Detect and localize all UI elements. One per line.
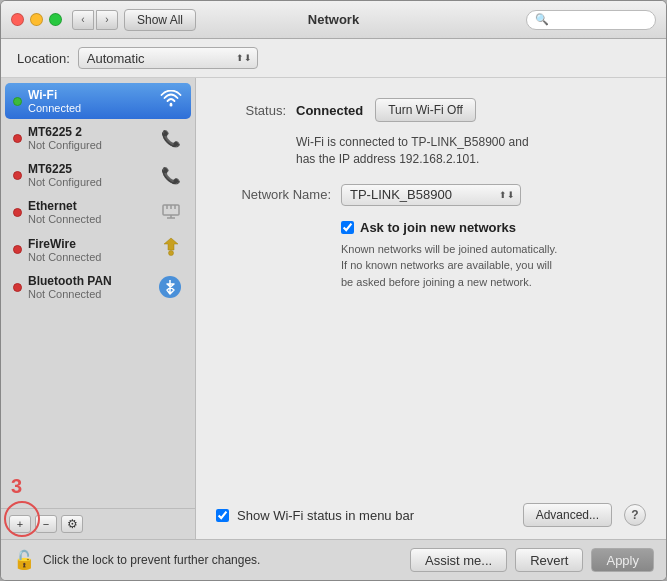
network-name-firewire: FireWire xyxy=(28,237,155,251)
show-status-label: Show Wi-Fi status in menu bar xyxy=(237,508,414,523)
sidebar: Wi-Fi Connected xyxy=(1,78,196,539)
network-status-mt6225-2: Not Configured xyxy=(28,139,155,151)
close-button[interactable] xyxy=(11,13,24,26)
network-info-ethernet: Ethernet Not Connected xyxy=(28,199,155,225)
bottom-bar: 🔓 Click the lock to prevent further chan… xyxy=(1,539,666,580)
phone-icon-2: 📞 xyxy=(159,166,183,185)
network-status-mt6225: Not Configured xyxy=(28,176,155,188)
network-name-wifi: Wi-Fi xyxy=(28,88,155,102)
maximize-button[interactable] xyxy=(49,13,62,26)
location-label: Location: xyxy=(17,51,70,66)
network-name-mt6225: MT6225 xyxy=(28,162,155,176)
sidebar-item-mt6225[interactable]: MT6225 Not Configured 📞 xyxy=(5,157,191,193)
network-info-firewire: FireWire Not Connected xyxy=(28,237,155,263)
title-bar: ‹ › Show All Network 🔍 xyxy=(1,1,666,39)
network-name-select-wrapper: TP-LINK_B58900 ⬆⬇ xyxy=(341,184,521,206)
sidebar-item-wifi[interactable]: Wi-Fi Connected xyxy=(5,83,191,119)
bluetooth-icon xyxy=(159,276,183,298)
network-status-bluetooth: Not Connected xyxy=(28,288,155,300)
location-select-wrapper: Automatic ⬆⬇ xyxy=(78,47,258,69)
status-value: Connected xyxy=(296,103,363,118)
sidebar-item-mt6225-2[interactable]: MT6225 2 Not Configured 📞 xyxy=(5,120,191,156)
bottom-buttons: Assist me... Revert Apply xyxy=(410,548,654,572)
network-info-mt6225: MT6225 Not Configured xyxy=(28,162,155,188)
forward-button[interactable]: › xyxy=(96,10,118,30)
network-name-row: Network Name: TP-LINK_B58900 ⬆⬇ xyxy=(216,184,646,206)
status-label: Status: xyxy=(216,103,286,118)
network-info-mt6225-2: MT6225 2 Not Configured xyxy=(28,125,155,151)
location-bar: Location: Automatic ⬆⬇ xyxy=(1,39,666,78)
search-input[interactable] xyxy=(553,13,647,27)
network-name-ethernet: Ethernet xyxy=(28,199,155,213)
show-all-button[interactable]: Show All xyxy=(124,9,196,31)
sidebar-item-firewire[interactable]: FireWire Not Connected xyxy=(5,231,191,268)
lock-section: 🔓 Click the lock to prevent further chan… xyxy=(13,549,260,571)
svg-point-0 xyxy=(170,103,173,106)
search-icon: 🔍 xyxy=(535,13,549,26)
status-dot-ethernet xyxy=(13,208,22,217)
network-info-bluetooth: Bluetooth PAN Not Connected xyxy=(28,274,155,300)
status-dot-mt6225-2 xyxy=(13,134,22,143)
status-dot-mt6225 xyxy=(13,171,22,180)
lock-text: Click the lock to prevent further change… xyxy=(43,553,260,567)
advanced-button[interactable]: Advanced... xyxy=(523,503,612,527)
sidebar-item-bluetooth[interactable]: Bluetooth PAN Not Connected xyxy=(5,269,191,305)
ethernet-icon xyxy=(159,201,183,224)
network-name-label: Network Name: xyxy=(216,187,331,202)
firewire-icon xyxy=(159,236,183,263)
network-list: Wi-Fi Connected xyxy=(1,78,195,508)
minimize-button[interactable] xyxy=(30,13,43,26)
back-button[interactable]: ‹ xyxy=(72,10,94,30)
status-row: Status: Connected Turn Wi-Fi Off xyxy=(216,98,646,122)
show-status-checkbox[interactable] xyxy=(216,509,229,522)
wifi-description: Wi-Fi is connected to TP-LINK_B58900 and… xyxy=(296,134,646,168)
add-network-button[interactable]: + xyxy=(9,515,31,533)
network-name-bluetooth: Bluetooth PAN xyxy=(28,274,155,288)
help-button[interactable]: ? xyxy=(624,504,646,526)
wifi-icon xyxy=(159,90,183,113)
remove-network-button[interactable]: − xyxy=(35,515,57,533)
network-status-ethernet: Not Connected xyxy=(28,213,155,225)
location-select[interactable]: Automatic xyxy=(78,47,258,69)
main-content: Wi-Fi Connected xyxy=(1,78,666,539)
status-dot-bluetooth xyxy=(13,283,22,292)
revert-button[interactable]: Revert xyxy=(515,548,583,572)
search-box[interactable]: 🔍 xyxy=(526,10,656,30)
assist-me-button[interactable]: Assist me... xyxy=(410,548,507,572)
network-status-wifi: Connected xyxy=(28,102,155,114)
network-status-firewire: Not Connected xyxy=(28,251,155,263)
lock-icon[interactable]: 🔓 xyxy=(13,549,35,571)
apply-button[interactable]: Apply xyxy=(591,548,654,572)
svg-point-7 xyxy=(169,251,174,256)
status-dot-firewire xyxy=(13,245,22,254)
turn-wifi-button[interactable]: Turn Wi-Fi Off xyxy=(375,98,476,122)
network-name-mt6225-2: MT6225 2 xyxy=(28,125,155,139)
phone-icon-1: 📞 xyxy=(159,129,183,148)
annotation-number: 3 xyxy=(11,475,22,498)
ask-to-join-checkbox[interactable] xyxy=(341,221,354,234)
network-name-select[interactable]: TP-LINK_B58900 xyxy=(341,184,521,206)
right-panel: Status: Connected Turn Wi-Fi Off Wi-Fi i… xyxy=(196,78,666,539)
show-status-row: Show Wi-Fi status in menu bar Advanced..… xyxy=(216,503,646,527)
ask-to-join-description: Known networks will be joined automatica… xyxy=(341,241,646,291)
traffic-lights xyxy=(11,13,62,26)
status-dot-wifi xyxy=(13,97,22,106)
ask-to-join-label: Ask to join new networks xyxy=(360,220,516,235)
sidebar-item-ethernet[interactable]: Ethernet Not Connected xyxy=(5,194,191,230)
sidebar-toolbar: 3 + − ⚙ xyxy=(1,508,195,539)
window-title: Network xyxy=(308,12,359,27)
ask-to-join-row: Ask to join new networks xyxy=(341,220,646,235)
network-info-wifi: Wi-Fi Connected xyxy=(28,88,155,114)
gear-button[interactable]: ⚙ xyxy=(61,515,83,533)
network-window: ‹ › Show All Network 🔍 Location: Automat… xyxy=(0,0,667,581)
nav-arrows: ‹ › xyxy=(72,10,118,30)
bottom-area: Show Wi-Fi status in menu bar Advanced..… xyxy=(216,503,646,527)
